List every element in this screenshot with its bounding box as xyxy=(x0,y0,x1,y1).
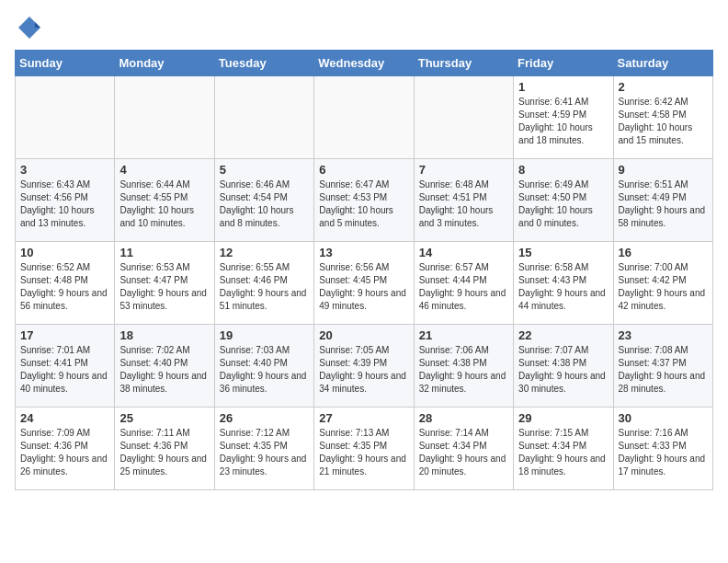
day-info-line: Sunrise: 6:53 AM xyxy=(119,261,209,274)
day-info-line: Sunrise: 7:08 AM xyxy=(619,344,708,357)
logo xyxy=(15,15,42,40)
day-info-line: Sunrise: 7:16 AM xyxy=(619,427,708,440)
calendar-week-row: 1Sunrise: 6:41 AMSunset: 4:59 PMDaylight… xyxy=(16,76,713,159)
day-info-line: Daylight: 10 hours and 3 minutes. xyxy=(419,204,508,230)
day-info-line: Sunset: 4:45 PM xyxy=(319,274,408,287)
calendar-cell xyxy=(314,76,414,159)
day-number: 26 xyxy=(220,411,309,425)
day-number: 21 xyxy=(419,328,508,342)
day-info-line: Sunset: 4:49 PM xyxy=(619,191,708,204)
day-info-line: Daylight: 9 hours and 46 minutes. xyxy=(419,287,508,313)
day-number: 27 xyxy=(319,411,408,425)
day-number: 7 xyxy=(419,163,508,177)
calendar-week-row: 10Sunrise: 6:52 AMSunset: 4:48 PMDayligh… xyxy=(16,242,713,325)
header xyxy=(15,15,713,40)
day-info-line: Sunset: 4:55 PM xyxy=(119,191,209,204)
day-info-line: Sunset: 4:58 PM xyxy=(619,109,708,121)
calendar-header-tuesday: Tuesday xyxy=(214,51,313,76)
day-number: 10 xyxy=(20,246,109,259)
day-info-line: Sunrise: 7:03 AM xyxy=(220,344,309,357)
day-info-line: Daylight: 9 hours and 36 minutes. xyxy=(220,370,309,396)
calendar-cell: 8Sunrise: 6:49 AMSunset: 4:50 PMDaylight… xyxy=(514,159,613,242)
day-info-line: Sunrise: 7:06 AM xyxy=(419,344,508,357)
day-info-line: Sunrise: 6:56 AM xyxy=(319,261,408,274)
calendar-cell: 18Sunrise: 7:02 AMSunset: 4:40 PMDayligh… xyxy=(115,325,214,408)
day-info-line: Sunset: 4:46 PM xyxy=(220,274,309,287)
day-number: 22 xyxy=(518,328,608,342)
calendar-cell: 20Sunrise: 7:05 AMSunset: 4:39 PMDayligh… xyxy=(314,325,414,408)
day-info-line: Daylight: 9 hours and 21 minutes. xyxy=(319,453,408,478)
day-info-line: Daylight: 9 hours and 40 minutes. xyxy=(20,370,109,396)
calendar-cell: 6Sunrise: 6:47 AMSunset: 4:53 PMDaylight… xyxy=(314,159,414,242)
day-info-line: Daylight: 9 hours and 38 minutes. xyxy=(119,370,209,396)
calendar-cell: 14Sunrise: 6:57 AMSunset: 4:44 PMDayligh… xyxy=(414,242,513,325)
day-info-line: Daylight: 9 hours and 28 minutes. xyxy=(619,370,708,396)
day-info-line: Sunset: 4:34 PM xyxy=(419,440,508,453)
day-info-line: Daylight: 9 hours and 44 minutes. xyxy=(518,287,608,313)
day-info-line: Daylight: 10 hours and 18 minutes. xyxy=(518,121,608,147)
day-info-line: Sunrise: 6:58 AM xyxy=(518,261,608,274)
calendar-cell: 7Sunrise: 6:48 AMSunset: 4:51 PMDaylight… xyxy=(414,159,513,242)
calendar-cell: 5Sunrise: 6:46 AMSunset: 4:54 PMDaylight… xyxy=(214,159,313,242)
day-info-line: Daylight: 9 hours and 30 minutes. xyxy=(518,370,608,396)
day-info-line: Daylight: 9 hours and 20 minutes. xyxy=(419,453,508,478)
calendar-week-row: 24Sunrise: 7:09 AMSunset: 4:36 PMDayligh… xyxy=(16,408,713,490)
day-info-line: Sunrise: 6:47 AM xyxy=(319,178,408,191)
day-number: 15 xyxy=(518,246,608,259)
calendar-cell xyxy=(214,76,313,159)
day-info-line: Sunrise: 7:02 AM xyxy=(119,344,209,357)
day-info-line: Sunset: 4:53 PM xyxy=(319,191,408,204)
calendar-cell: 2Sunrise: 6:42 AMSunset: 4:58 PMDaylight… xyxy=(613,76,712,159)
day-info-line: Sunset: 4:42 PM xyxy=(619,274,708,287)
day-info-line: Sunrise: 7:15 AM xyxy=(518,427,608,440)
day-number: 3 xyxy=(20,163,109,177)
day-number: 4 xyxy=(119,163,209,177)
day-number: 12 xyxy=(220,246,309,259)
day-info-line: Sunset: 4:59 PM xyxy=(518,109,608,121)
day-info-line: Daylight: 9 hours and 34 minutes. xyxy=(319,370,408,396)
calendar-cell: 16Sunrise: 7:00 AMSunset: 4:42 PMDayligh… xyxy=(613,242,712,325)
day-number: 5 xyxy=(220,163,309,177)
calendar-cell: 10Sunrise: 6:52 AMSunset: 4:48 PMDayligh… xyxy=(16,242,115,325)
calendar-header-saturday: Saturday xyxy=(613,51,712,76)
day-info-line: Daylight: 9 hours and 17 minutes. xyxy=(619,453,708,478)
day-info-line: Sunset: 4:41 PM xyxy=(20,357,109,370)
day-number: 28 xyxy=(419,411,508,425)
day-number: 2 xyxy=(619,80,708,94)
day-number: 29 xyxy=(518,411,608,425)
day-info-line: Sunset: 4:39 PM xyxy=(319,357,408,370)
day-info-line: Daylight: 10 hours and 13 minutes. xyxy=(20,204,109,230)
day-info-line: Sunset: 4:34 PM xyxy=(518,440,608,453)
calendar-cell: 1Sunrise: 6:41 AMSunset: 4:59 PMDaylight… xyxy=(514,76,613,159)
day-info-line: Sunset: 4:40 PM xyxy=(220,357,309,370)
calendar-cell: 15Sunrise: 6:58 AMSunset: 4:43 PMDayligh… xyxy=(514,242,613,325)
day-info-line: Daylight: 10 hours and 0 minutes. xyxy=(518,204,608,230)
calendar-week-row: 3Sunrise: 6:43 AMSunset: 4:56 PMDaylight… xyxy=(16,159,713,242)
calendar-cell: 3Sunrise: 6:43 AMSunset: 4:56 PMDaylight… xyxy=(16,159,115,242)
calendar-header-sunday: Sunday xyxy=(16,51,115,76)
day-info-line: Sunset: 4:54 PM xyxy=(220,191,309,204)
day-info-line: Sunset: 4:51 PM xyxy=(419,191,508,204)
calendar-header-wednesday: Wednesday xyxy=(314,51,414,76)
day-number: 17 xyxy=(20,328,109,342)
day-info-line: Sunrise: 6:57 AM xyxy=(419,261,508,274)
day-info-line: Sunrise: 7:14 AM xyxy=(419,427,508,440)
day-info-line: Sunrise: 6:49 AM xyxy=(518,178,608,191)
day-info-line: Daylight: 9 hours and 18 minutes. xyxy=(518,453,608,478)
day-info-line: Sunset: 4:50 PM xyxy=(518,191,608,204)
day-info-line: Sunrise: 7:12 AM xyxy=(220,427,309,440)
calendar-cell: 29Sunrise: 7:15 AMSunset: 4:34 PMDayligh… xyxy=(514,408,613,490)
day-info-line: Daylight: 10 hours and 15 minutes. xyxy=(619,121,708,147)
day-info-line: Sunset: 4:35 PM xyxy=(319,440,408,453)
day-info-line: Sunrise: 6:43 AM xyxy=(20,178,109,191)
calendar-cell: 30Sunrise: 7:16 AMSunset: 4:33 PMDayligh… xyxy=(613,408,712,490)
day-info-line: Sunset: 4:36 PM xyxy=(119,440,209,453)
calendar-cell: 26Sunrise: 7:12 AMSunset: 4:35 PMDayligh… xyxy=(214,408,313,490)
day-info-line: Sunrise: 6:55 AM xyxy=(220,261,309,274)
day-info-line: Daylight: 9 hours and 53 minutes. xyxy=(119,287,209,313)
day-info-line: Sunset: 4:36 PM xyxy=(20,440,109,453)
calendar-cell: 17Sunrise: 7:01 AMSunset: 4:41 PMDayligh… xyxy=(16,325,115,408)
day-number: 1 xyxy=(518,80,608,94)
calendar-cell xyxy=(414,76,513,159)
day-info-line: Sunrise: 7:13 AM xyxy=(319,427,408,440)
